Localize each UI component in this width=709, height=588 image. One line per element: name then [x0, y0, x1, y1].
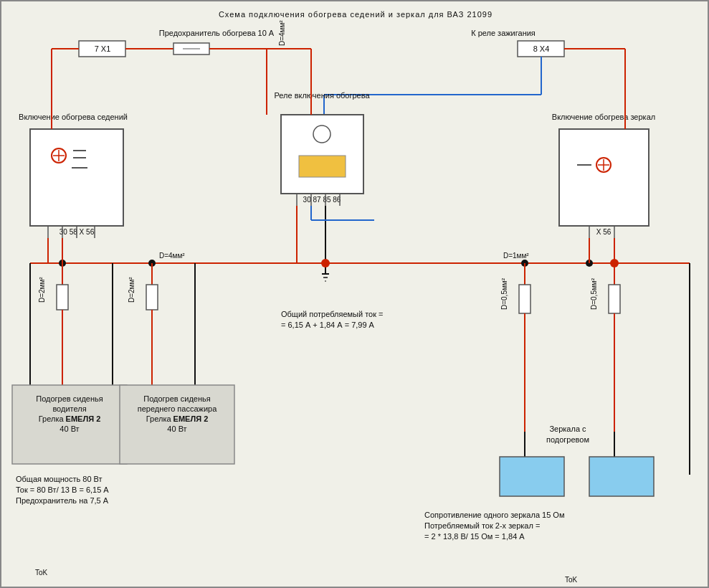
relay-switch	[299, 156, 346, 177]
d1mm-label: D=1мм²	[503, 252, 529, 260]
tok-label-right: ToK	[565, 576, 578, 584]
driver-seat-text1: Подогрев сиденья	[36, 394, 103, 403]
tok-label-left: ToK	[35, 569, 48, 577]
fuse-label: Предохранитель обогрева 10 А	[159, 29, 275, 37]
mirror-right-box	[589, 457, 654, 496]
ignition-label: К реле зажигания	[471, 29, 536, 37]
d2mm-left: D=2мм²	[38, 277, 46, 303]
pass-seat-text3: Грелка ЕМЕЛЯ 2	[146, 414, 209, 423]
mirror-resistance: Сопротивление одного зеркала 15 Ом	[424, 511, 564, 519]
junction-red-1	[321, 259, 330, 267]
driver-seat-text2: водителя	[52, 404, 86, 413]
d05mm-right: D=0,5мм²	[590, 278, 598, 310]
pass-seat-text1: Подогрев сиденья	[143, 394, 210, 403]
mirror-label1: Зеркала с	[549, 425, 586, 433]
fuse-val: Предохранитель на 7,5 А	[16, 496, 109, 505]
fuse-mirror-left	[519, 285, 530, 313]
relay-block	[281, 115, 363, 194]
relay-label: Реле включения обогрева	[274, 91, 370, 100]
connector-8x4-label: 8 Х4	[533, 44, 550, 53]
right-switch-pins: Х 56	[596, 228, 612, 236]
fuse-left	[57, 285, 68, 310]
d05mm-left: D=0,5мм²	[500, 278, 508, 310]
total-current2: = 6,15 А + 1,84 А = 7,99 А	[281, 321, 375, 329]
seat-switch-body	[30, 129, 123, 226]
relay-pins: 30 87 85 86	[303, 196, 341, 204]
pass-seat-text4: 40 Вт	[167, 425, 186, 433]
driver-seat-text4: 40 Вт	[60, 425, 79, 433]
d2mm-right: D=2мм²	[128, 277, 135, 303]
total-power: Общая мощность 80 Вт	[16, 475, 103, 483]
mirror-heat-label: Включение обогрева зеркал	[552, 113, 655, 121]
d4mm-relay: D=4мм²	[278, 20, 286, 46]
mirror-left-box	[500, 457, 564, 496]
mirror-current: Потребляемый ток 2-х зеркал =	[424, 521, 540, 530]
fuse-right	[146, 285, 158, 310]
mirror-current2: = 2 * 13,8 В/ 15 Ом = 1,84 А	[424, 532, 525, 541]
connector-7x1-label: 7 Х1	[95, 44, 111, 53]
pass-seat-text2: переднего пассажира	[138, 404, 217, 413]
d4mm-label: D=4мм²	[159, 252, 185, 260]
current-calc: Ток = 80 Вт/ 13 В = 6,15 А	[16, 485, 109, 494]
mirror-switch-body	[559, 129, 649, 226]
total-current: Общий потребляемый ток =	[281, 310, 384, 318]
driver-seat-text3: Грелка ЕМЕЛЯ 2	[39, 414, 101, 423]
fuse-mirror-right	[609, 285, 620, 313]
mirror-label2: подогревом	[546, 435, 589, 444]
seat-heat-label: Включение обогрева седений	[19, 113, 128, 121]
main-container: Схема подключения обогрева седений и зер…	[0, 0, 709, 588]
title: Схема подключения обогрева седений и зер…	[219, 10, 493, 19]
